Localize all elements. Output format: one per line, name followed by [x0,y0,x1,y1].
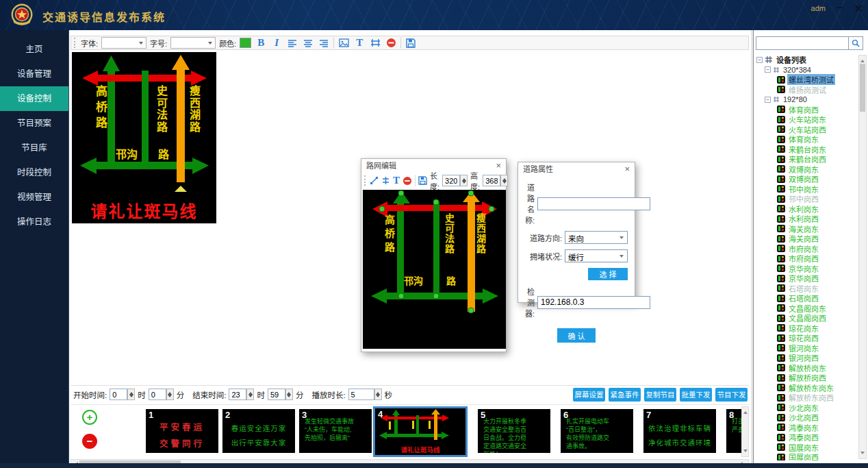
playlist-item[interactable]: 5大力开展秋冬季交通安全整治百日会战。全力稳定道路交通安全形势！ [478,409,550,453]
device-group-320x384[interactable]: −320*384 [755,65,858,75]
height-spinner[interactable] [500,175,508,186]
align-right-icon[interactable] [318,37,330,49]
device-tree-node[interactable]: 体育岗西 [755,105,858,115]
sidebar-item[interactable]: 节目预案 [0,111,68,136]
device-tree-node[interactable]: 水利岗东 [755,204,858,214]
road-network-icon[interactable] [369,37,381,49]
device-tree-node[interactable]: 解放桥岗东 [755,363,858,373]
collapse-icon[interactable]: − [756,57,763,63]
device-tree-node[interactable]: 文昌阁岗西 [755,313,858,323]
device-tree-node[interactable]: 京华岗东 [755,264,858,274]
bold-button[interactable]: B [255,37,267,49]
end-minute-input[interactable] [268,389,285,400]
device-tree-node[interactable]: 双博岗东 [755,164,858,175]
dialog-title-bar[interactable]: 道路属性 × [518,162,635,176]
duration-spinner[interactable] [374,389,382,400]
device-tree-node[interactable]: 石塔岗西 [755,293,858,304]
insert-text-icon[interactable]: T [353,37,366,49]
action-button[interactable]: 批量下发 [680,388,712,402]
device-tree-node[interactable]: 市府岗西 [755,254,858,264]
align-left-icon[interactable] [286,37,298,49]
device-tree-node[interactable]: 海关岗西 [755,234,858,244]
device-tree-node[interactable]: 解放桥岗西 [755,373,858,383]
duration-input[interactable] [348,389,374,400]
action-button[interactable]: 节目下发 [715,388,748,402]
sidebar-item[interactable]: 操作日志 [0,210,68,234]
draw-line-icon[interactable] [370,175,379,186]
device-tree-node[interactable]: 双博岗西 [755,174,858,184]
playlist-item[interactable]: 2春运安全连万家出行平安靠大家 [222,409,295,453]
device-tree-node[interactable]: 鸿泰岗西 [755,432,858,443]
device-tree-node[interactable]: 银河岗西 [755,353,858,363]
start-hour-input[interactable] [110,389,127,400]
end-minute-spinner[interactable] [285,389,293,400]
sidebar-item[interactable]: 设备管理 [0,62,68,86]
delete-icon[interactable] [403,175,412,186]
device-tree-node[interactable]: 银河岗东 [755,343,858,354]
font-select[interactable] [101,37,146,49]
sign-preview[interactable]: 高桥路 史可法路 瘦西湖路 邗沟 路 请礼让斑马线 [72,52,216,223]
save-icon[interactable] [405,37,417,49]
playlist-item[interactable]: 7依法治理非标车辆净化城市交通环境 [643,409,716,453]
sidebar-item[interactable]: 主页 [0,37,68,62]
device-tree-node[interactable]: 水利岗西 [755,214,858,224]
length-spinner[interactable] [460,175,468,186]
sidebar-item[interactable]: 时段控制 [0,160,68,185]
sidebar-item[interactable]: 设备控制 [0,86,68,111]
device-tree-node[interactable]: 海关岗东 [755,224,858,234]
collapse-icon[interactable]: − [765,66,771,73]
minimize-icon[interactable]: − [837,1,843,15]
playlist-scrollbar[interactable] [741,406,749,457]
playlist-item[interactable]: 1平安春运交警同行 [146,409,218,453]
device-tree-node[interactable]: 市府岗东 [755,244,858,254]
device-search-input[interactable] [756,36,849,50]
action-button[interactable]: 紧急事件 [609,388,641,402]
device-tree-node[interactable]: 火车站岗东 [755,114,858,125]
select-detector-button[interactable]: 选 择 [588,268,628,280]
confirm-button[interactable]: 确 认 [557,328,596,343]
dialog-title-bar[interactable]: 路网编辑 × [361,159,506,173]
height-input[interactable] [483,175,500,186]
start-minute-input[interactable] [149,389,166,400]
detector-input[interactable] [537,296,650,309]
congestion-select[interactable]: 缓行 [565,249,628,262]
length-input[interactable] [442,175,460,186]
size-select[interactable] [170,37,216,49]
device-tree-node[interactable]: 琼花岗东 [755,323,858,334]
scrollbar-thumb[interactable] [860,64,865,112]
insert-image-icon[interactable] [337,37,350,49]
device-tree-node[interactable]: 文昌阁岗东 [755,304,858,314]
playlist-item[interactable]: 6扎实开展电动车“百日整治”，有效预防道路交通事故。 [561,409,633,453]
device-tree-node[interactable]: 沙北岗东 [755,403,858,413]
device-tree-node[interactable]: 京华岗西 [755,273,858,284]
remove-program-button[interactable]: − [82,434,97,449]
device-tree-node[interactable]: 琼花岗西 [755,333,858,343]
insert-text-icon[interactable]: T [393,175,400,186]
device-tree-node[interactable]: 维扬岗测试 [755,85,858,95]
device-tree-node[interactable]: 体育岗东 [755,134,858,145]
italic-button[interactable]: I [270,37,283,49]
sidebar-item[interactable]: 视频管理 [0,185,68,210]
collapse-icon[interactable]: − [765,97,771,103]
end-hour-spinner[interactable] [246,389,254,400]
end-hour-input[interactable] [229,389,246,400]
close-icon[interactable]: × [624,162,630,176]
device-tree-scrollbar[interactable] [858,55,867,459]
playlist-item[interactable]: 3发生轻微交通事故“人未伤，车能动,先拍照，后撤离” [299,409,372,453]
device-tree-node[interactable]: 来鹤台岗东 [755,145,858,155]
road-network-canvas[interactable]: 高桥路 史可法路 瘦西湖路 邗沟 路 [363,190,506,349]
road-name-input[interactable] [537,197,650,210]
add-program-button[interactable]: + [82,410,97,425]
crossing-icon[interactable] [381,175,390,186]
device-tree-node[interactable]: 鸿泰岗东 [755,423,858,433]
color-swatch[interactable] [240,38,251,48]
device-tree-node[interactable]: 邗中岗东 [755,184,858,195]
sidebar-item[interactable]: 节目库 [0,136,68,160]
start-hour-spinner[interactable] [127,389,135,400]
search-icon[interactable] [849,36,863,50]
align-center-icon[interactable] [302,37,314,49]
edit-canvas[interactable]: 高桥路 史可法路 瘦西湖路 邗沟 路 请礼让斑马线 路网编辑 × [71,51,749,382]
device-group-192x80[interactable]: −192*80 [755,95,858,105]
device-tree-node[interactable]: 沙北岗西 [755,412,858,423]
save-icon[interactable] [418,175,427,186]
